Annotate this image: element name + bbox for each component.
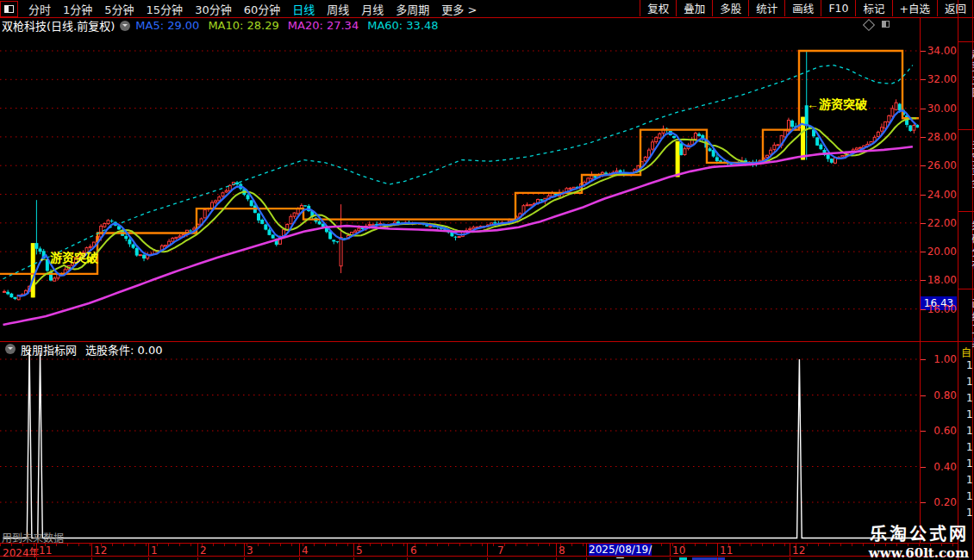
date-axis-month: 11 <box>720 544 733 557</box>
indicator-value: 选股条件: 0.00 <box>85 341 162 358</box>
sidebar-strip-digit: 1 <box>966 441 973 453</box>
ma-label: MA5: 29.00 <box>135 19 199 32</box>
header-mini-icons <box>865 21 890 29</box>
menu-item-周线[interactable]: 周线 <box>327 1 349 17</box>
date-axis-month: 5 <box>356 544 363 557</box>
menu-item-分时[interactable]: 分时 <box>28 1 51 17</box>
chevron-down-icon[interactable] <box>120 21 130 31</box>
menu-item-15分钟[interactable]: 15分钟 <box>147 1 184 17</box>
price-axis-label: 34.00 <box>926 45 957 57</box>
indicator-name: 股朋指标网 <box>21 341 77 358</box>
menu-item-1分钟[interactable]: 1分钟 <box>63 1 92 17</box>
sidebar-strip-digit: 1 <box>966 457 973 470</box>
price-axis-label: 24.00 <box>926 189 957 201</box>
trading-app-window: 分时1分钟5分钟15分钟30分钟60分钟日线周线月线多周期更多 > 复权叠加多股… <box>0 0 974 560</box>
toolbar-button-+自选[interactable]: +自选 <box>892 0 937 16</box>
date-axis-month: 1 <box>151 544 158 557</box>
main-candlestick-chart[interactable]: ←游资突破←游资突破 <box>0 33 919 341</box>
breakout-annotation: ←游资突破 <box>38 251 98 264</box>
window-layout-icon[interactable] <box>0 1 18 17</box>
price-axis-label: 16.00 <box>926 303 957 315</box>
date-axis-month: 4 <box>302 544 309 557</box>
sidebar-strip-text[interactable]: 多空资金 <box>961 139 974 190</box>
sub-axis-label: 0.60 <box>926 425 957 437</box>
toolbar-button-多股[interactable]: 多股 <box>712 0 748 16</box>
price-axis-label: 18.00 <box>926 274 957 286</box>
menu-item-5分钟[interactable]: 5分钟 <box>104 1 134 17</box>
date-axis-month: 6 <box>410 544 417 557</box>
chevron-down-icon[interactable] <box>5 344 16 354</box>
date-axis-year: 2024年 <box>3 544 40 559</box>
toolbar-button-统计[interactable]: 统计 <box>748 0 784 16</box>
watermark: 乐淘公式网 www.60lt.com <box>869 520 969 560</box>
toolbar-button-标记[interactable]: 标记 <box>855 0 891 16</box>
date-axis-month: 3 <box>247 544 253 557</box>
menu-item-60分钟[interactable]: 60分钟 <box>244 1 281 17</box>
selected-date-label: 2025/08/19/二 <box>589 544 652 556</box>
sidebar-strip-digit: 1 <box>966 490 973 502</box>
sub-axis-label: 0.20 <box>926 496 957 508</box>
date-axis-month: 11 <box>39 544 52 557</box>
date-axis-month: 10 <box>672 544 685 557</box>
menu-item-月线[interactable]: 月线 <box>361 1 384 17</box>
price-axis-label: 28.00 <box>926 131 957 143</box>
toolbar-button-画线[interactable]: 画线 <box>784 0 821 16</box>
price-axis-label: 22.00 <box>926 217 957 229</box>
diamond-icon[interactable] <box>863 19 875 31</box>
ma-label: MA60: 33.48 <box>367 19 438 32</box>
date-axis-month: 12 <box>94 544 107 557</box>
sidebar-strip-text[interactable]: 画线工具 <box>961 298 974 350</box>
sidebar-strip-digit: 1 <box>966 392 973 404</box>
ma-label: MA20: 27.34 <box>288 19 359 32</box>
toolbar-button-F10[interactable]: F10 <box>821 0 855 16</box>
toolbar-button-复权[interactable]: 复权 <box>640 0 676 16</box>
price-axis-label: 30.00 <box>926 103 957 115</box>
sidebar-strip-digit: 1 <box>966 425 973 437</box>
price-axis-label: 32.00 <box>926 73 957 85</box>
period-menubar: 分时1分钟5分钟15分钟30分钟60分钟日线周线月线多周期更多 > 复权叠加多股… <box>0 0 974 18</box>
ma-legend: MA5: 29.00MA10: 28.29MA20: 27.34MA60: 33… <box>135 19 446 32</box>
top-toolbar: 复权叠加多股统计画线F10标记+自选返回 <box>640 0 973 16</box>
sub-indicator-header: 股朋指标网 选股条件: 0.00 <box>0 342 517 356</box>
sub-axis-label: 0.40 <box>926 461 957 473</box>
sidebar-strip-digit: 1 <box>966 474 973 486</box>
future-data-note: 用到未来数据 <box>2 530 64 544</box>
sidebar-strip-text[interactable]: 趋势主图 <box>961 48 974 100</box>
date-axis-month: 2 <box>200 544 207 557</box>
date-axis[interactable] <box>0 543 958 557</box>
date-axis-month: 12 <box>792 544 805 557</box>
sidebar-strip-digit: 1 <box>966 507 973 519</box>
sidebar-strip-digit: 1 <box>966 408 973 420</box>
watermark-url: www.60lt.com <box>869 545 969 560</box>
date-axis-month: 8 <box>559 544 565 557</box>
sub-axis-label: 0.80 <box>926 389 957 401</box>
toolbar-button-叠加[interactable]: 叠加 <box>676 0 712 16</box>
menu-item-多周期[interactable]: 多周期 <box>396 1 429 17</box>
price-axis-label: 26.00 <box>926 159 957 171</box>
ma-label: MA10: 28.29 <box>208 19 278 32</box>
half-square-icon[interactable] <box>882 21 890 28</box>
sidebar-strip-digit: 1 <box>966 359 973 371</box>
symbol-title: 双枪科技(日线.前复权) <box>2 17 115 34</box>
menu-item-30分钟[interactable]: 30分钟 <box>195 1 232 17</box>
sidebar-strip-text[interactable]: 筹码分布 <box>961 221 974 272</box>
menu-item-更多 >[interactable]: 更多 > <box>441 1 477 17</box>
menu-item-日线[interactable]: 日线 <box>292 1 315 17</box>
sub-axis-label: 1.00 <box>926 353 957 365</box>
date-axis-month: 7 <box>497 544 504 557</box>
toolbar-button-返回[interactable]: 返回 <box>937 0 973 16</box>
sub-indicator-chart[interactable] <box>0 343 919 543</box>
sidebar-strip-digit: 1 <box>966 376 973 388</box>
chart-header: 双枪科技(日线.前复权) MA5: 29.00MA10: 28.29MA20: … <box>0 18 919 33</box>
period-menu-items: 分时1分钟5分钟15分钟30分钟60分钟日线周线月线多周期更多 > <box>28 1 477 17</box>
right-sidebar-strip[interactable]: 趋势主图多空资金筹码分布画线工具自1111111111 <box>958 17 974 560</box>
breakout-annotation: ←游资突破 <box>807 97 867 111</box>
watermark-site-name: 乐淘公式网 <box>869 520 969 545</box>
price-axis-label: 20.00 <box>926 246 957 258</box>
